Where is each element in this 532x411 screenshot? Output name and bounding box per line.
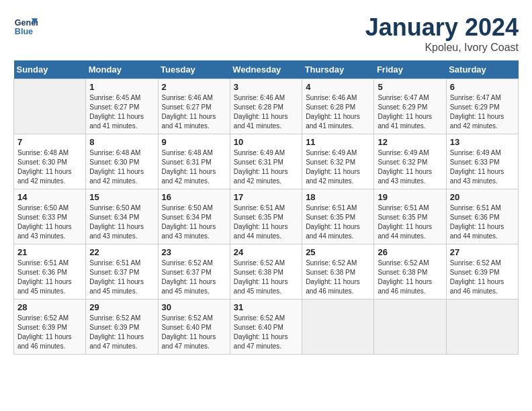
sunset-text: Sunset: 6:38 PM [378, 269, 427, 276]
daylight-text: Daylight: 11 hours and 45 minutes. [17, 278, 72, 295]
sunrise-text: Sunrise: 6:52 AM [450, 259, 501, 267]
sunrise-text: Sunrise: 6:52 AM [89, 314, 140, 322]
sunrise-text: Sunrise: 6:52 AM [162, 314, 213, 322]
sunset-text: Sunset: 6:39 PM [450, 269, 500, 276]
daylight-text: Daylight: 11 hours and 41 minutes. [306, 113, 360, 130]
calendar-cell: 25 Sunrise: 6:52 AM Sunset: 6:38 PM Dayl… [302, 244, 374, 300]
sunrise-text: Sunrise: 6:51 AM [234, 204, 285, 212]
day-number: 11 [306, 137, 370, 147]
sunrise-text: Sunrise: 6:51 AM [378, 204, 429, 212]
day-of-week-header: Saturday [446, 60, 518, 79]
sunset-text: Sunset: 6:27 PM [162, 103, 212, 111]
calendar-body: 1 Sunrise: 6:45 AM Sunset: 6:27 PM Dayli… [14, 79, 519, 355]
calendar-cell: 28 Sunrise: 6:52 AM Sunset: 6:39 PM Dayl… [14, 300, 86, 355]
day-number: 27 [450, 247, 515, 257]
sunset-text: Sunset: 6:28 PM [306, 103, 355, 111]
calendar-week-row: 7 Sunrise: 6:48 AM Sunset: 6:30 PM Dayli… [14, 134, 519, 189]
daylight-text: Daylight: 11 hours and 42 minutes. [234, 168, 288, 185]
calendar-cell: 15 Sunrise: 6:50 AM Sunset: 6:34 PM Dayl… [86, 189, 158, 244]
sunrise-text: Sunrise: 6:50 AM [89, 204, 140, 212]
calendar-cell: 6 Sunrise: 6:47 AM Sunset: 6:29 PM Dayli… [446, 79, 518, 134]
sunset-text: Sunset: 6:32 PM [306, 158, 355, 166]
cell-info: Sunrise: 6:52 AM Sunset: 6:40 PM Dayligh… [162, 314, 226, 351]
calendar-cell: 12 Sunrise: 6:49 AM Sunset: 6:32 PM Dayl… [374, 134, 446, 189]
sunrise-text: Sunrise: 6:48 AM [17, 149, 69, 156]
cell-info: Sunrise: 6:46 AM Sunset: 6:28 PM Dayligh… [306, 93, 370, 131]
calendar-cell: 21 Sunrise: 6:51 AM Sunset: 6:36 PM Dayl… [14, 244, 86, 300]
daylight-text: Daylight: 11 hours and 44 minutes. [234, 223, 288, 240]
cell-info: Sunrise: 6:52 AM Sunset: 6:38 PM Dayligh… [306, 259, 370, 296]
day-of-week-header: Monday [86, 60, 158, 79]
daylight-text: Daylight: 11 hours and 42 minutes. [89, 168, 144, 185]
cell-info: Sunrise: 6:45 AM Sunset: 6:27 PM Dayligh… [89, 93, 154, 131]
cell-info: Sunrise: 6:50 AM Sunset: 6:34 PM Dayligh… [89, 203, 154, 241]
daylight-text: Daylight: 11 hours and 41 minutes. [378, 113, 432, 130]
daylight-text: Daylight: 11 hours and 44 minutes. [378, 223, 432, 240]
sunrise-text: Sunrise: 6:47 AM [378, 94, 429, 101]
cell-info: Sunrise: 6:47 AM Sunset: 6:29 PM Dayligh… [450, 93, 515, 131]
day-number: 19 [378, 192, 442, 202]
daylight-text: Daylight: 11 hours and 41 minutes. [89, 113, 144, 130]
sunset-text: Sunset: 6:29 PM [378, 103, 427, 111]
sunrise-text: Sunrise: 6:52 AM [378, 259, 429, 267]
location: Kpoleu, Ivory Coast [365, 42, 519, 54]
day-of-week-header: Tuesday [158, 60, 230, 79]
sunset-text: Sunset: 6:32 PM [378, 158, 427, 166]
calendar-header-row: SundayMondayTuesdayWednesdayThursdayFrid… [14, 60, 519, 79]
calendar-cell: 2 Sunrise: 6:46 AM Sunset: 6:27 PM Dayli… [158, 79, 230, 134]
calendar-cell: 24 Sunrise: 6:52 AM Sunset: 6:38 PM Dayl… [230, 244, 302, 300]
sunset-text: Sunset: 6:40 PM [162, 324, 212, 331]
sunset-text: Sunset: 6:27 PM [89, 103, 139, 111]
cell-info: Sunrise: 6:52 AM Sunset: 6:38 PM Dayligh… [234, 259, 298, 296]
sunset-text: Sunset: 6:35 PM [234, 214, 283, 221]
daylight-text: Daylight: 11 hours and 41 minutes. [162, 113, 216, 130]
daylight-text: Daylight: 11 hours and 42 minutes. [17, 168, 72, 185]
sunset-text: Sunset: 6:33 PM [450, 158, 500, 166]
daylight-text: Daylight: 11 hours and 44 minutes. [450, 223, 504, 240]
cell-info: Sunrise: 6:50 AM Sunset: 6:33 PM Dayligh… [17, 203, 82, 241]
calendar-cell [446, 300, 518, 355]
sunrise-text: Sunrise: 6:50 AM [162, 204, 213, 212]
cell-info: Sunrise: 6:51 AM Sunset: 6:35 PM Dayligh… [234, 203, 298, 241]
calendar-cell: 23 Sunrise: 6:52 AM Sunset: 6:37 PM Dayl… [158, 244, 230, 300]
sunset-text: Sunset: 6:36 PM [450, 214, 500, 221]
daylight-text: Daylight: 11 hours and 45 minutes. [234, 278, 288, 295]
daylight-text: Daylight: 11 hours and 41 minutes. [234, 113, 288, 130]
cell-info: Sunrise: 6:49 AM Sunset: 6:32 PM Dayligh… [306, 148, 370, 186]
title-block: January 2024 Kpoleu, Ivory Coast [365, 13, 519, 54]
calendar-cell: 13 Sunrise: 6:49 AM Sunset: 6:33 PM Dayl… [446, 134, 518, 189]
calendar-cell: 5 Sunrise: 6:47 AM Sunset: 6:29 PM Dayli… [374, 79, 446, 134]
sunset-text: Sunset: 6:40 PM [234, 324, 283, 331]
cell-info: Sunrise: 6:49 AM Sunset: 6:32 PM Dayligh… [378, 148, 442, 186]
sunrise-text: Sunrise: 6:51 AM [450, 204, 501, 212]
day-number: 2 [162, 82, 226, 92]
daylight-text: Daylight: 11 hours and 45 minutes. [162, 278, 216, 295]
calendar-cell [14, 79, 86, 134]
sunrise-text: Sunrise: 6:52 AM [306, 259, 357, 267]
day-number: 30 [162, 302, 226, 312]
sunset-text: Sunset: 6:38 PM [306, 269, 355, 276]
day-number: 14 [17, 192, 82, 202]
sunrise-text: Sunrise: 6:52 AM [234, 259, 285, 267]
daylight-text: Daylight: 11 hours and 46 minutes. [17, 333, 72, 350]
day-number: 26 [378, 247, 442, 257]
sunset-text: Sunset: 6:38 PM [234, 269, 283, 276]
calendar-cell: 27 Sunrise: 6:52 AM Sunset: 6:39 PM Dayl… [446, 244, 518, 300]
day-number: 3 [234, 82, 298, 92]
calendar-week-row: 28 Sunrise: 6:52 AM Sunset: 6:39 PM Dayl… [14, 300, 519, 355]
daylight-text: Daylight: 11 hours and 43 minutes. [162, 223, 216, 240]
daylight-text: Daylight: 11 hours and 47 minutes. [89, 333, 144, 350]
day-number: 29 [89, 302, 154, 312]
sunset-text: Sunset: 6:37 PM [89, 269, 139, 276]
sunrise-text: Sunrise: 6:51 AM [17, 259, 69, 267]
day-number: 10 [234, 137, 298, 147]
calendar-cell [302, 300, 374, 355]
day-number: 23 [162, 247, 226, 257]
sunset-text: Sunset: 6:35 PM [306, 214, 355, 221]
calendar-cell [374, 300, 446, 355]
cell-info: Sunrise: 6:52 AM Sunset: 6:40 PM Dayligh… [234, 314, 298, 351]
day-number: 4 [306, 82, 370, 92]
sunset-text: Sunset: 6:29 PM [450, 103, 500, 111]
daylight-text: Daylight: 11 hours and 43 minutes. [17, 223, 72, 240]
sunset-text: Sunset: 6:31 PM [162, 158, 212, 166]
